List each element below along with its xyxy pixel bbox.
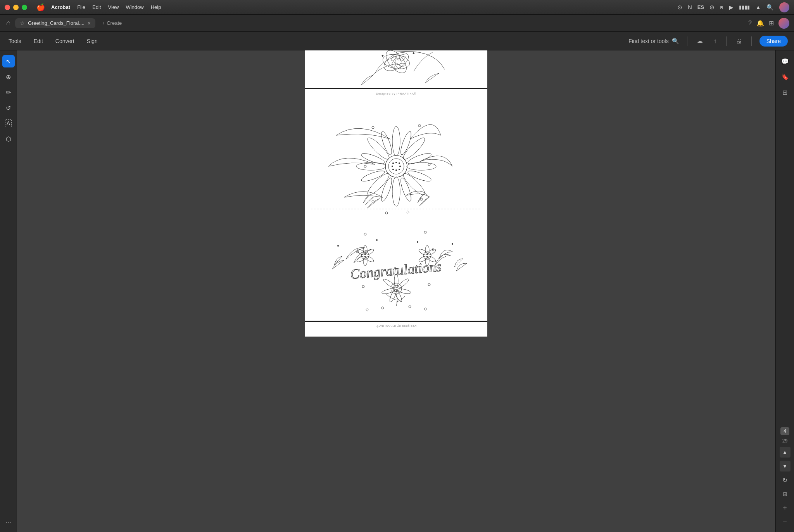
thumbnails-button[interactable]: ⊞ [779, 86, 791, 98]
page-5-watermark: Designed by IPRAATIKA® [376, 325, 416, 328]
menu-help[interactable]: Help [151, 4, 161, 10]
home-button[interactable]: ⌂ [5, 17, 12, 29]
text-select-tool[interactable]: A [2, 117, 15, 130]
svg-point-11 [390, 55, 397, 62]
zoom-in-icon: + [783, 504, 787, 512]
tab-greeting-cards[interactable]: ☆ Greeting_Cards_Floral.... × [15, 18, 95, 28]
fullscreen-button[interactable] [22, 5, 27, 10]
svg-point-10 [392, 62, 395, 68]
bluetooth-icon: ʙ [720, 4, 723, 11]
menu-view[interactable]: View [108, 4, 119, 10]
tab-bar-right: ? 🔔 ⊞ [748, 18, 789, 29]
toolbar-divider-2 [726, 36, 727, 46]
table-export-button[interactable]: ⊞ [780, 489, 791, 499]
tab-add-button[interactable]: + Create [98, 18, 126, 28]
user-avatar-tab[interactable] [778, 18, 789, 29]
stamp-tool[interactable]: ⬡ [2, 133, 15, 145]
comment-icon: 💬 [781, 58, 789, 65]
svg-point-66 [397, 288, 411, 294]
sign-button[interactable]: Sign [85, 36, 100, 46]
pen-tool[interactable]: ✏ [2, 86, 15, 98]
page-down-button[interactable]: ▼ [780, 461, 791, 472]
pdf-page-5-top: Designed by IPRAATIKA® [305, 322, 487, 337]
svg-point-81 [362, 285, 364, 288]
text-select-icon: A [5, 119, 12, 127]
zoom-out-button[interactable]: − [780, 516, 791, 527]
bookmarks-button[interactable]: 🔖 [779, 71, 791, 83]
toolbar-divider-3 [751, 36, 752, 46]
pdf-viewer: Designed by IPRAATIKA® [17, 50, 775, 532]
svg-point-41 [428, 163, 430, 166]
page-up-button[interactable]: ▲ [780, 447, 791, 458]
edit-button[interactable]: Edit [31, 36, 45, 46]
cursor-icon: ↖ [6, 58, 11, 65]
svg-point-22 [392, 126, 400, 156]
pdf-page-3-bottom [305, 50, 487, 89]
left-sidebar: ↖ ⊕ ✏ ↺ A ⬡ … [0, 50, 17, 532]
cursor-tool[interactable]: ↖ [2, 55, 15, 67]
svg-point-38 [372, 126, 374, 129]
search-toolbar-label: Find text or tools [628, 38, 669, 44]
share-button[interactable]: Share [759, 36, 788, 47]
svg-point-82 [428, 283, 430, 286]
table-icon: ⊞ [783, 491, 787, 497]
convert-button[interactable]: Convert [53, 36, 77, 46]
svg-point-68 [388, 288, 398, 302]
menu-window[interactable]: Window [126, 4, 143, 10]
upload-icon[interactable]: ↑ [712, 36, 718, 46]
rotate-button[interactable]: ↻ [780, 475, 791, 485]
tab-star-icon: ☆ [20, 20, 25, 26]
minimize-button[interactable] [13, 5, 19, 10]
help-icon[interactable]: ? [748, 20, 752, 27]
bell-icon[interactable]: 🔔 [756, 19, 764, 27]
svg-point-51 [364, 255, 375, 263]
more-tools-button[interactable]: … [2, 515, 15, 527]
pdf-page-4: Designed by IPRAATIKA® [305, 89, 487, 322]
tab-title: Greeting_Cards_Floral.... [28, 20, 85, 26]
screen-record-icon: ⊙ [677, 4, 682, 11]
chevron-up-icon: ▲ [782, 449, 788, 455]
right-panel: 💬 🔖 ⊞ 4 29 ▲ ▼ ↻ ⊞ + − [775, 50, 794, 532]
apps-grid-icon[interactable]: ⊞ [769, 19, 774, 27]
svg-point-83 [366, 309, 368, 311]
chevron-down-icon: ▼ [782, 463, 788, 469]
user-avatar-menu[interactable] [779, 2, 789, 12]
search-toolbar-icon: 🔍 [672, 38, 679, 45]
svg-point-73 [376, 239, 378, 241]
search-menu-icon[interactable]: 🔍 [766, 4, 774, 11]
svg-point-72 [452, 243, 453, 245]
floral-top-svg [305, 50, 487, 89]
menu-acrobat[interactable]: Acrobat [51, 4, 70, 10]
svg-point-74 [417, 241, 418, 243]
svg-point-75 [364, 233, 366, 235]
traffic-lights [5, 5, 27, 10]
tab-close-button[interactable]: × [88, 20, 91, 26]
page-watermark: Designed by IPRAATIKA® [376, 92, 416, 95]
music-icon: ⊘ [709, 4, 715, 11]
svg-point-18 [399, 169, 400, 170]
svg-point-14 [392, 162, 394, 164]
pages-container[interactable]: Designed by IPRAATIKA® [17, 50, 775, 532]
page-current-number: 4 [780, 427, 789, 435]
notion-icon: N [688, 4, 692, 10]
thumbnails-icon: ⊞ [782, 89, 787, 96]
zoom-in-button[interactable]: + [780, 503, 791, 513]
print-icon[interactable]: 🖨 [734, 36, 744, 46]
save-cloud-icon[interactable]: ☁ [695, 36, 704, 46]
add-tool[interactable]: ⊕ [2, 71, 15, 83]
svg-point-79 [381, 307, 384, 309]
menu-edit[interactable]: Edit [92, 4, 101, 10]
menu-file[interactable]: File [77, 4, 85, 10]
svg-point-21 [392, 166, 393, 167]
undo-redo-tool[interactable]: ↺ [2, 102, 15, 114]
search-toolbar[interactable]: Find text or tools 🔍 [628, 38, 679, 45]
battery-icon: ▮▮▮▮ [739, 4, 750, 10]
zoom-out-icon: − [783, 518, 787, 526]
svg-point-80 [409, 306, 411, 308]
close-button[interactable] [5, 5, 10, 10]
svg-point-8 [400, 63, 406, 66]
tools-button[interactable]: Tools [6, 36, 24, 46]
menu-right: ⊙ N ES ⊘ ʙ ▶ ▮▮▮▮ ▲ 🔍 [677, 2, 789, 12]
comments-button[interactable]: 💬 [779, 55, 791, 67]
svg-point-44 [372, 200, 374, 202]
